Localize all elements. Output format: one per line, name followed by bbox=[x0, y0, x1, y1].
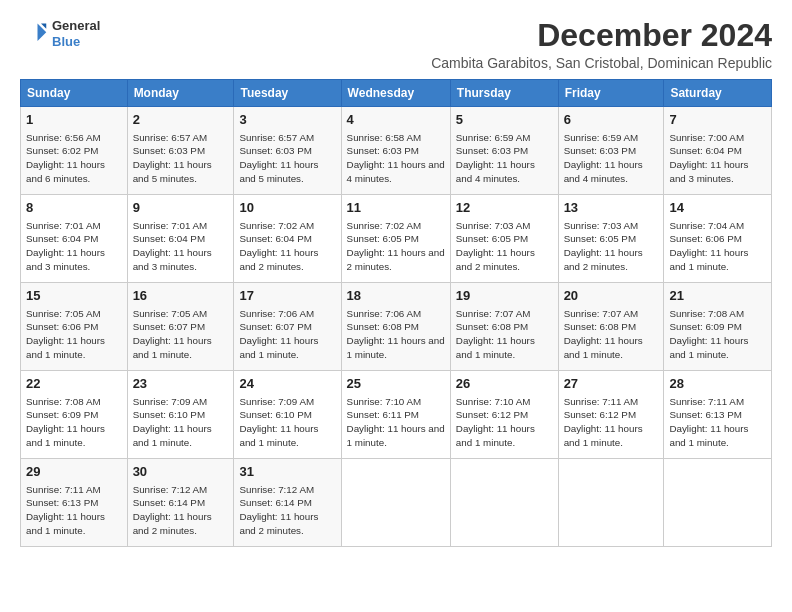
calendar-day-cell: 6Sunrise: 6:59 AM Sunset: 6:03 PM Daylig… bbox=[558, 107, 664, 195]
day-info: Sunrise: 6:57 AM Sunset: 6:03 PM Dayligh… bbox=[133, 131, 229, 186]
calendar-day-cell: 11Sunrise: 7:02 AM Sunset: 6:05 PM Dayli… bbox=[341, 195, 450, 283]
calendar-day-cell: 10Sunrise: 7:02 AM Sunset: 6:04 PM Dayli… bbox=[234, 195, 341, 283]
day-info: Sunrise: 6:59 AM Sunset: 6:03 PM Dayligh… bbox=[456, 131, 553, 186]
calendar-day-cell: 19Sunrise: 7:07 AM Sunset: 6:08 PM Dayli… bbox=[450, 283, 558, 371]
day-info: Sunrise: 7:07 AM Sunset: 6:08 PM Dayligh… bbox=[456, 307, 553, 362]
day-number: 3 bbox=[239, 111, 335, 129]
calendar-day-cell: 18Sunrise: 7:06 AM Sunset: 6:08 PM Dayli… bbox=[341, 283, 450, 371]
day-info: Sunrise: 7:03 AM Sunset: 6:05 PM Dayligh… bbox=[456, 219, 553, 274]
calendar-header-row: SundayMondayTuesdayWednesdayThursdayFrid… bbox=[21, 80, 772, 107]
calendar-day-cell: 30Sunrise: 7:12 AM Sunset: 6:14 PM Dayli… bbox=[127, 459, 234, 547]
page: General Blue December 2024 Cambita Garab… bbox=[0, 0, 792, 612]
subtitle: Cambita Garabitos, San Cristobal, Domini… bbox=[431, 55, 772, 71]
calendar-day-cell: 15Sunrise: 7:05 AM Sunset: 6:06 PM Dayli… bbox=[21, 283, 128, 371]
main-title: December 2024 bbox=[431, 18, 772, 53]
calendar-week-row: 15Sunrise: 7:05 AM Sunset: 6:06 PM Dayli… bbox=[21, 283, 772, 371]
day-info: Sunrise: 7:02 AM Sunset: 6:04 PM Dayligh… bbox=[239, 219, 335, 274]
calendar-week-row: 1Sunrise: 6:56 AM Sunset: 6:02 PM Daylig… bbox=[21, 107, 772, 195]
day-info: Sunrise: 7:11 AM Sunset: 6:13 PM Dayligh… bbox=[669, 395, 766, 450]
day-number: 28 bbox=[669, 375, 766, 393]
day-number: 9 bbox=[133, 199, 229, 217]
calendar-day-cell: 8Sunrise: 7:01 AM Sunset: 6:04 PM Daylig… bbox=[21, 195, 128, 283]
day-number: 17 bbox=[239, 287, 335, 305]
day-number: 12 bbox=[456, 199, 553, 217]
calendar-day-cell: 31Sunrise: 7:12 AM Sunset: 6:14 PM Dayli… bbox=[234, 459, 341, 547]
weekday-header: Sunday bbox=[21, 80, 128, 107]
day-info: Sunrise: 7:12 AM Sunset: 6:14 PM Dayligh… bbox=[133, 483, 229, 538]
calendar-week-row: 22Sunrise: 7:08 AM Sunset: 6:09 PM Dayli… bbox=[21, 371, 772, 459]
logo: General Blue bbox=[20, 18, 100, 49]
day-number: 22 bbox=[26, 375, 122, 393]
day-info: Sunrise: 7:06 AM Sunset: 6:08 PM Dayligh… bbox=[347, 307, 445, 362]
day-info: Sunrise: 6:57 AM Sunset: 6:03 PM Dayligh… bbox=[239, 131, 335, 186]
calendar-day-cell: 22Sunrise: 7:08 AM Sunset: 6:09 PM Dayli… bbox=[21, 371, 128, 459]
day-number: 11 bbox=[347, 199, 445, 217]
day-number: 27 bbox=[564, 375, 659, 393]
day-number: 23 bbox=[133, 375, 229, 393]
weekday-header: Saturday bbox=[664, 80, 772, 107]
day-number: 14 bbox=[669, 199, 766, 217]
logo-text: General Blue bbox=[52, 18, 100, 49]
calendar-week-row: 29Sunrise: 7:11 AM Sunset: 6:13 PM Dayli… bbox=[21, 459, 772, 547]
day-info: Sunrise: 7:10 AM Sunset: 6:11 PM Dayligh… bbox=[347, 395, 445, 450]
calendar-day-cell: 9Sunrise: 7:01 AM Sunset: 6:04 PM Daylig… bbox=[127, 195, 234, 283]
calendar-week-row: 8Sunrise: 7:01 AM Sunset: 6:04 PM Daylig… bbox=[21, 195, 772, 283]
day-number: 6 bbox=[564, 111, 659, 129]
day-info: Sunrise: 7:11 AM Sunset: 6:13 PM Dayligh… bbox=[26, 483, 122, 538]
day-info: Sunrise: 7:05 AM Sunset: 6:06 PM Dayligh… bbox=[26, 307, 122, 362]
day-info: Sunrise: 7:01 AM Sunset: 6:04 PM Dayligh… bbox=[26, 219, 122, 274]
header: General Blue December 2024 Cambita Garab… bbox=[20, 18, 772, 71]
logo-line1: General bbox=[52, 18, 100, 33]
calendar-day-cell bbox=[450, 459, 558, 547]
calendar-day-cell: 7Sunrise: 7:00 AM Sunset: 6:04 PM Daylig… bbox=[664, 107, 772, 195]
calendar-day-cell: 1Sunrise: 6:56 AM Sunset: 6:02 PM Daylig… bbox=[21, 107, 128, 195]
calendar-day-cell bbox=[558, 459, 664, 547]
day-info: Sunrise: 7:05 AM Sunset: 6:07 PM Dayligh… bbox=[133, 307, 229, 362]
calendar-day-cell: 14Sunrise: 7:04 AM Sunset: 6:06 PM Dayli… bbox=[664, 195, 772, 283]
calendar-day-cell: 25Sunrise: 7:10 AM Sunset: 6:11 PM Dayli… bbox=[341, 371, 450, 459]
calendar-day-cell: 4Sunrise: 6:58 AM Sunset: 6:03 PM Daylig… bbox=[341, 107, 450, 195]
day-info: Sunrise: 7:03 AM Sunset: 6:05 PM Dayligh… bbox=[564, 219, 659, 274]
calendar-table: SundayMondayTuesdayWednesdayThursdayFrid… bbox=[20, 79, 772, 547]
calendar-day-cell: 28Sunrise: 7:11 AM Sunset: 6:13 PM Dayli… bbox=[664, 371, 772, 459]
day-number: 15 bbox=[26, 287, 122, 305]
logo-icon bbox=[20, 20, 48, 48]
logo-line2: Blue bbox=[52, 34, 80, 49]
calendar-day-cell: 5Sunrise: 6:59 AM Sunset: 6:03 PM Daylig… bbox=[450, 107, 558, 195]
calendar-day-cell: 21Sunrise: 7:08 AM Sunset: 6:09 PM Dayli… bbox=[664, 283, 772, 371]
day-info: Sunrise: 7:08 AM Sunset: 6:09 PM Dayligh… bbox=[26, 395, 122, 450]
day-number: 19 bbox=[456, 287, 553, 305]
day-number: 26 bbox=[456, 375, 553, 393]
day-info: Sunrise: 7:12 AM Sunset: 6:14 PM Dayligh… bbox=[239, 483, 335, 538]
calendar-day-cell: 13Sunrise: 7:03 AM Sunset: 6:05 PM Dayli… bbox=[558, 195, 664, 283]
day-number: 18 bbox=[347, 287, 445, 305]
day-number: 20 bbox=[564, 287, 659, 305]
calendar-day-cell bbox=[664, 459, 772, 547]
day-number: 2 bbox=[133, 111, 229, 129]
day-number: 1 bbox=[26, 111, 122, 129]
day-info: Sunrise: 7:11 AM Sunset: 6:12 PM Dayligh… bbox=[564, 395, 659, 450]
day-info: Sunrise: 7:01 AM Sunset: 6:04 PM Dayligh… bbox=[133, 219, 229, 274]
day-info: Sunrise: 7:09 AM Sunset: 6:10 PM Dayligh… bbox=[133, 395, 229, 450]
calendar-day-cell: 24Sunrise: 7:09 AM Sunset: 6:10 PM Dayli… bbox=[234, 371, 341, 459]
calendar-day-cell: 16Sunrise: 7:05 AM Sunset: 6:07 PM Dayli… bbox=[127, 283, 234, 371]
day-info: Sunrise: 7:07 AM Sunset: 6:08 PM Dayligh… bbox=[564, 307, 659, 362]
day-info: Sunrise: 6:59 AM Sunset: 6:03 PM Dayligh… bbox=[564, 131, 659, 186]
calendar-day-cell: 20Sunrise: 7:07 AM Sunset: 6:08 PM Dayli… bbox=[558, 283, 664, 371]
day-number: 29 bbox=[26, 463, 122, 481]
day-number: 16 bbox=[133, 287, 229, 305]
calendar-day-cell bbox=[341, 459, 450, 547]
day-number: 31 bbox=[239, 463, 335, 481]
day-info: Sunrise: 7:09 AM Sunset: 6:10 PM Dayligh… bbox=[239, 395, 335, 450]
day-info: Sunrise: 7:00 AM Sunset: 6:04 PM Dayligh… bbox=[669, 131, 766, 186]
day-number: 10 bbox=[239, 199, 335, 217]
day-info: Sunrise: 7:08 AM Sunset: 6:09 PM Dayligh… bbox=[669, 307, 766, 362]
weekday-header: Friday bbox=[558, 80, 664, 107]
title-block: December 2024 Cambita Garabitos, San Cri… bbox=[431, 18, 772, 71]
day-number: 30 bbox=[133, 463, 229, 481]
day-info: Sunrise: 6:58 AM Sunset: 6:03 PM Dayligh… bbox=[347, 131, 445, 186]
weekday-header: Wednesday bbox=[341, 80, 450, 107]
calendar-day-cell: 23Sunrise: 7:09 AM Sunset: 6:10 PM Dayli… bbox=[127, 371, 234, 459]
day-info: Sunrise: 7:06 AM Sunset: 6:07 PM Dayligh… bbox=[239, 307, 335, 362]
day-number: 7 bbox=[669, 111, 766, 129]
